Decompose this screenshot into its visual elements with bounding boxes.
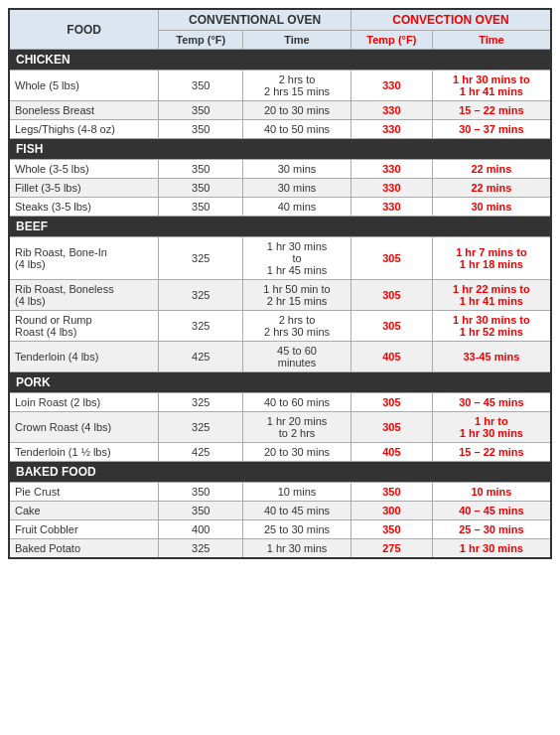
cell-temp2: 330 — [350, 198, 432, 217]
cell-food: Whole (5 lbs) — [9, 71, 159, 101]
cell-time1: 40 to 50 mins — [243, 120, 351, 139]
cell-temp1: 325 — [159, 412, 243, 443]
table-row: Legs/Thighs (4-8 oz)35040 to 50 mins3303… — [9, 120, 551, 139]
cell-temp2: 305 — [350, 237, 432, 280]
cell-time2: 40 – 45 mins — [432, 502, 551, 520]
cell-time1: 25 to 30 mins — [243, 520, 351, 539]
table-row: Tenderloin (4 lbs)42545 to 60 minutes405… — [9, 342, 551, 372]
table-row: Fillet (3-5 lbs)35030 mins33022 mins — [9, 179, 551, 198]
cell-temp2: 330 — [350, 120, 432, 139]
time-convec-header: Time — [432, 31, 551, 50]
cell-temp2: 300 — [350, 502, 432, 520]
section-row: BEEF — [9, 217, 551, 237]
cell-time1: 1 hr 30 mins to 1 hr 45 mins — [243, 237, 351, 280]
cell-time1: 2 hrs to 2 hrs 30 mins — [243, 311, 351, 342]
cell-temp2: 350 — [350, 483, 432, 502]
food-header: FOOD — [9, 9, 159, 50]
cell-time2: 30 – 45 mins — [432, 393, 551, 412]
cell-time2: 1 hr 30 mins — [432, 539, 551, 559]
section-row: PORK — [9, 372, 551, 393]
cell-time2: 1 hr 30 mins to 1 hr 52 mins — [432, 311, 551, 342]
temp-convec-header: Temp (°F) — [350, 31, 432, 50]
table-row: Pie Crust35010 mins35010 mins — [9, 483, 551, 502]
cell-time2: 30 mins — [432, 198, 551, 217]
cell-temp2: 405 — [350, 443, 432, 462]
cell-time2: 22 mins — [432, 179, 551, 198]
cell-food: Cake — [9, 502, 159, 520]
table-row: Steaks (3-5 lbs)35040 mins33030 mins — [9, 198, 551, 217]
cell-time2: 30 – 37 mins — [432, 120, 551, 139]
cell-food: Whole (3-5 lbs) — [9, 160, 159, 179]
cell-temp1: 350 — [159, 120, 243, 139]
cell-food: Baked Potato — [9, 539, 159, 559]
cell-time1: 40 mins — [243, 198, 351, 217]
cell-time2: 25 – 30 mins — [432, 520, 551, 539]
cell-temp2: 350 — [350, 520, 432, 539]
cell-temp2: 305 — [350, 280, 432, 311]
cell-time2: 22 mins — [432, 160, 551, 179]
cell-temp1: 350 — [159, 502, 243, 520]
cell-food: Loin Roast (2 lbs) — [9, 393, 159, 412]
section-label: PORK — [9, 372, 551, 393]
table-row: Fruit Cobbler40025 to 30 mins35025 – 30 … — [9, 520, 551, 539]
cell-food: Legs/Thighs (4-8 oz) — [9, 120, 159, 139]
cell-time1: 45 to 60 minutes — [243, 342, 351, 372]
table-row: Whole (5 lbs)3502 hrs to 2 hrs 15 mins33… — [9, 71, 551, 101]
cell-temp2: 305 — [350, 412, 432, 443]
cell-temp1: 325 — [159, 393, 243, 412]
section-label: BEEF — [9, 217, 551, 237]
cell-temp2: 330 — [350, 179, 432, 198]
cell-food: Pie Crust — [9, 483, 159, 502]
cell-food: Boneless Breast — [9, 101, 159, 120]
section-row: BAKED FOOD — [9, 462, 551, 483]
section-row: FISH — [9, 139, 551, 160]
section-label: BAKED FOOD — [9, 462, 551, 483]
table-row: Cake35040 to 45 mins30040 – 45 mins — [9, 502, 551, 520]
cell-temp1: 350 — [159, 160, 243, 179]
cell-temp1: 425 — [159, 342, 243, 372]
convection-oven-header: CONVECTION OVEN — [350, 9, 551, 31]
cell-food: Steaks (3-5 lbs) — [9, 198, 159, 217]
cell-time1: 20 to 30 mins — [243, 101, 351, 120]
cell-time1: 1 hr 50 min to 2 hr 15 mins — [243, 280, 351, 311]
cell-time2: 10 mins — [432, 483, 551, 502]
table-row: Round or Rump Roast (4 lbs)3252 hrs to 2… — [9, 311, 551, 342]
cell-time2: 33-45 mins — [432, 342, 551, 372]
table-row: Rib Roast, Bone-In (4 lbs)3251 hr 30 min… — [9, 237, 551, 280]
cell-time1: 40 to 60 mins — [243, 393, 351, 412]
cell-temp2: 275 — [350, 539, 432, 559]
cell-time1: 30 mins — [243, 179, 351, 198]
table-row: Whole (3-5 lbs)35030 mins33022 mins — [9, 160, 551, 179]
cell-temp1: 325 — [159, 311, 243, 342]
cell-time1: 1 hr 30 mins — [243, 539, 351, 559]
table-row: Crown Roast (4 lbs)3251 hr 20 mins to 2 … — [9, 412, 551, 443]
table-row: Boneless Breast35020 to 30 mins33015 – 2… — [9, 101, 551, 120]
cell-temp2: 330 — [350, 160, 432, 179]
cell-temp1: 425 — [159, 443, 243, 462]
section-label: CHICKEN — [9, 50, 551, 71]
cell-temp1: 350 — [159, 179, 243, 198]
section-label: FISH — [9, 139, 551, 160]
cell-temp1: 325 — [159, 539, 243, 559]
cell-food: Tenderloin (4 lbs) — [9, 342, 159, 372]
cell-food: Crown Roast (4 lbs) — [9, 412, 159, 443]
cell-temp2: 405 — [350, 342, 432, 372]
cell-food: Tenderloin (1 ½ lbs) — [9, 443, 159, 462]
cell-food: Fillet (3-5 lbs) — [9, 179, 159, 198]
cell-time1: 10 mins — [243, 483, 351, 502]
cell-time2: 15 – 22 mins — [432, 101, 551, 120]
temp-conv-header: Temp (°F) — [159, 31, 243, 50]
cell-food: Round or Rump Roast (4 lbs) — [9, 311, 159, 342]
cell-time2: 1 hr 22 mins to 1 hr 41 mins — [432, 280, 551, 311]
cell-time1: 20 to 30 mins — [243, 443, 351, 462]
cell-temp1: 325 — [159, 280, 243, 311]
cell-time2: 1 hr to 1 hr 30 mins — [432, 412, 551, 443]
cell-time1: 2 hrs to 2 hrs 15 mins — [243, 71, 351, 101]
cell-temp1: 350 — [159, 483, 243, 502]
time-conv-header: Time — [243, 31, 351, 50]
table-row: Rib Roast, Boneless (4 lbs)3251 hr 50 mi… — [9, 280, 551, 311]
cell-temp1: 350 — [159, 198, 243, 217]
table-row: Tenderloin (1 ½ lbs)42520 to 30 mins4051… — [9, 443, 551, 462]
cell-temp1: 350 — [159, 71, 243, 101]
conv-oven-header: CONVENTIONAL OVEN — [159, 9, 350, 31]
